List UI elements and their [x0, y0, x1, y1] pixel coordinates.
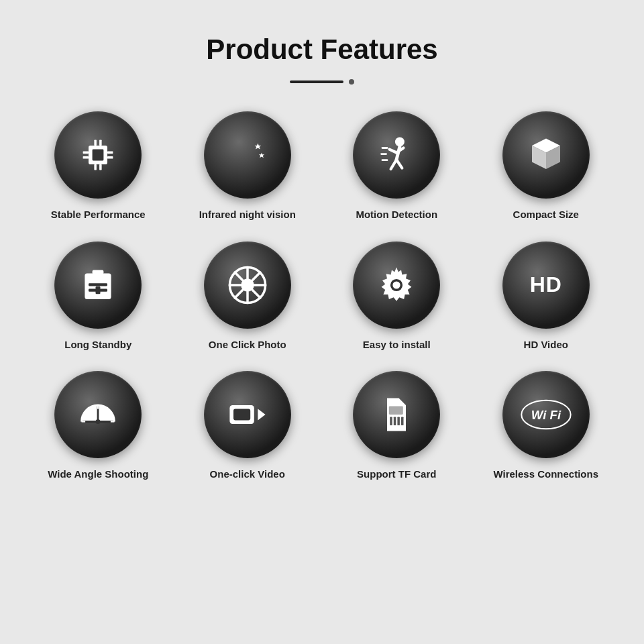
feature-label-easy-to-install: Easy to install	[363, 338, 431, 352]
svg-point-49	[96, 419, 101, 424]
title-divider	[290, 79, 354, 85]
sdcard-icon	[373, 391, 420, 438]
svg-rect-1	[93, 150, 104, 161]
svg-line-16	[391, 160, 396, 169]
feature-label-one-click-photo: One Click Photo	[209, 338, 286, 352]
svg-line-37	[252, 272, 260, 280]
svg-rect-24	[85, 273, 111, 299]
feature-label-hd-video: HD Video	[524, 338, 568, 352]
box-icon	[523, 131, 570, 178]
svg-line-36	[252, 290, 260, 298]
gear-icon	[373, 262, 420, 309]
svg-rect-56	[401, 417, 404, 426]
video-icon	[224, 391, 271, 438]
svg-rect-7	[83, 156, 89, 159]
feature-circle-one-click-photo	[204, 241, 291, 329]
battery-icon	[74, 262, 121, 309]
feature-wide-angle-shooting: Wide Angle Shooting	[27, 371, 170, 481]
features-grid: Stable Performance Infrared night vision	[27, 105, 617, 488]
chip-icon	[74, 131, 121, 178]
feature-circle-hd-video: HD	[502, 241, 590, 329]
svg-marker-11	[259, 153, 264, 158]
aperture-icon	[224, 262, 271, 309]
svg-line-35	[235, 272, 243, 280]
svg-rect-57	[389, 406, 403, 415]
svg-rect-5	[99, 164, 102, 170]
svg-rect-2	[95, 140, 97, 146]
feature-circle-one-click-video	[204, 371, 291, 458]
moon-icon	[224, 131, 271, 178]
feature-one-click-video: One-click Video	[176, 371, 319, 481]
svg-rect-6	[83, 151, 89, 154]
svg-point-42	[393, 281, 400, 288]
svg-rect-55	[398, 417, 400, 426]
feature-circle-infrared-night-vision	[204, 111, 291, 199]
wifi-icon: Wi Fi	[519, 394, 573, 435]
feature-long-standby: Long Standby	[27, 241, 170, 352]
feature-label-stable-performance: Stable Performance	[51, 208, 146, 221]
svg-line-17	[396, 160, 402, 168]
feature-label-infrared-night-vision: Infrared night vision	[199, 208, 296, 221]
feature-wireless-connections: Wi Fi Wireless Connections	[475, 371, 618, 481]
feature-circle-wireless-connections: Wi Fi	[502, 371, 590, 458]
feature-label-compact-size: Compact Size	[513, 208, 579, 221]
feature-one-click-photo: One Click Photo	[176, 241, 319, 352]
svg-rect-28	[96, 286, 101, 294]
feature-stable-performance: Stable Performance	[27, 111, 170, 221]
svg-rect-8	[107, 151, 113, 154]
hd-text-icon: HD	[530, 272, 562, 297]
feature-label-wireless-connections: Wireless Connections	[493, 468, 598, 481]
feature-compact-size: Compact Size	[475, 111, 618, 221]
svg-rect-25	[93, 270, 104, 274]
feature-infrared-night-vision: Infrared night vision	[176, 111, 319, 221]
feature-label-motion-detection: Motion Detection	[356, 208, 437, 221]
svg-text:Wi Fi: Wi Fi	[531, 408, 561, 422]
divider-line	[290, 80, 343, 83]
svg-rect-3	[99, 140, 102, 146]
feature-label-wide-angle-shooting: Wide Angle Shooting	[48, 468, 148, 481]
svg-rect-54	[394, 417, 396, 426]
svg-line-38	[235, 290, 243, 298]
feature-label-support-tf-card: Support TF Card	[357, 468, 436, 481]
svg-rect-51	[233, 409, 250, 421]
feature-hd-video: HD HD Video	[475, 241, 618, 352]
feature-circle-wide-angle-shooting	[54, 371, 142, 458]
feature-label-long-standby: Long Standby	[64, 338, 131, 352]
feature-circle-stable-performance	[54, 111, 142, 199]
feature-circle-support-tf-card	[353, 371, 440, 458]
svg-rect-4	[95, 164, 97, 170]
feature-circle-easy-to-install	[353, 241, 440, 329]
svg-rect-9	[107, 156, 113, 159]
feature-motion-detection: Motion Detection	[325, 111, 468, 221]
svg-rect-26	[89, 283, 107, 286]
feature-label-one-click-video: One-click Video	[210, 468, 285, 481]
person-icon	[373, 131, 420, 178]
page-title: Product Features	[206, 34, 437, 66]
feature-circle-long-standby	[54, 241, 142, 329]
feature-circle-compact-size	[502, 111, 590, 199]
svg-marker-52	[258, 409, 265, 421]
wideangle-icon	[74, 391, 121, 438]
svg-rect-53	[390, 417, 392, 426]
feature-easy-to-install: Easy to install	[325, 241, 468, 352]
divider-dot	[349, 79, 354, 85]
feature-support-tf-card: Support TF Card	[325, 371, 468, 481]
svg-line-15	[396, 148, 404, 153]
svg-marker-10	[254, 144, 261, 150]
feature-circle-motion-detection	[353, 111, 440, 199]
